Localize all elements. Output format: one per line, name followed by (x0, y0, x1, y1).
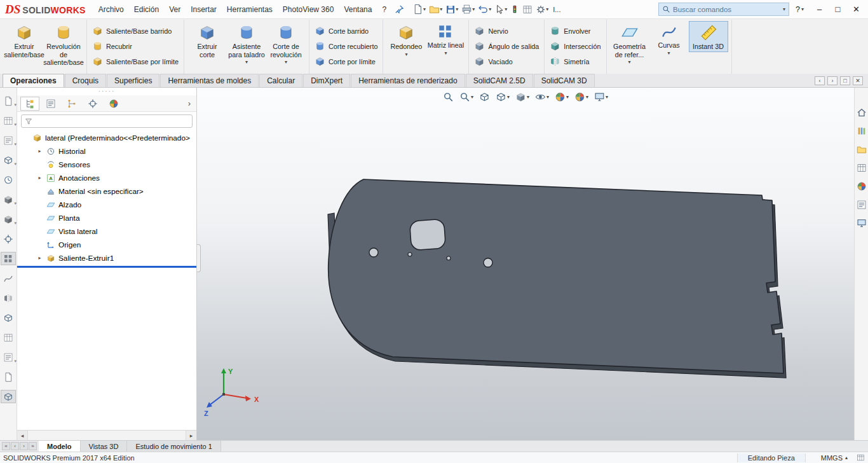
tab-vistas-3d[interactable]: Vistas 3D (81, 441, 128, 452)
zoom-chevron-icon[interactable]: ▾ (471, 95, 473, 100)
toolbar-overflow-label[interactable]: I... (550, 6, 563, 13)
design-library-button[interactable] (856, 125, 867, 137)
doc-restore-button[interactable]: □ (840, 76, 850, 85)
hole-wizard-button[interactable]: Asistente para taladro ▾ (227, 21, 266, 66)
shell-button[interactable]: Vaciado (472, 55, 541, 68)
left-toolbar-button-9[interactable] (1, 252, 16, 265)
reference-geometry-button[interactable]: Geometría de refer... ▾ (610, 21, 649, 66)
view-palette-button[interactable] (856, 162, 867, 174)
wrap-button[interactable]: Envolver (548, 24, 602, 38)
rounded-square-hole[interactable] (409, 219, 445, 251)
appearances-button[interactable] (856, 181, 867, 192)
revolve-cut-chevron-icon[interactable]: ▾ (285, 60, 287, 65)
boundary-boss-button[interactable]: Saliente/Base por límite (90, 55, 180, 68)
boundary-cut-button[interactable]: Corte por límite (313, 55, 379, 68)
zoom-area-button[interactable]: ▾ (459, 91, 474, 103)
curves-button[interactable]: Curvas ▾ (649, 21, 689, 57)
tabs-scroll-next-button[interactable]: › (20, 442, 28, 450)
left-toolbar-button-7[interactable]: ▾ (1, 212, 16, 226)
apply-scene-button[interactable]: ▾ (574, 91, 589, 103)
save-button[interactable]: ▾ (444, 3, 459, 16)
forum-button[interactable] (856, 218, 867, 229)
units-selector[interactable]: MMGS ▴ (812, 454, 857, 462)
scroll-left-button[interactable]: ◂ (17, 431, 28, 440)
hole-circle-1[interactable] (369, 248, 378, 257)
expander-icon[interactable]: ▸ (36, 175, 43, 181)
mirror-button[interactable]: Simetría (548, 55, 602, 68)
configuration-manager-tab[interactable] (62, 97, 81, 111)
left-toolbar-button-8[interactable] (1, 232, 16, 245)
linear-pattern-button[interactable]: Matriz lineal ▾ (426, 21, 465, 57)
tab-superficies[interactable]: Superficies (107, 74, 159, 87)
doc-close-button[interactable]: ✕ (853, 76, 863, 85)
panel-horizontal-scrollbar[interactable]: ◂ ▸ (17, 430, 196, 440)
scene-chevron-icon[interactable]: ▾ (586, 95, 588, 100)
status-sheet-icon[interactable] (857, 453, 865, 462)
tree-filter-input[interactable] (35, 118, 189, 125)
feature-manager-tab[interactable] (20, 97, 39, 111)
print-chevron-icon[interactable]: ▾ (472, 7, 475, 12)
resources-home-button[interactable] (856, 107, 867, 118)
view-orientation-chevron-icon[interactable]: ▾ (507, 95, 510, 100)
tree-item-sensores[interactable]: ▸ Sensores (17, 158, 196, 171)
part-lateral-body[interactable] (328, 179, 786, 378)
left-toolbar-button-15[interactable] (1, 370, 16, 384)
left-toolbar-button-13[interactable] (1, 331, 16, 344)
tree-item-historial[interactable]: ▸ Historial (17, 144, 196, 158)
pane-next-button[interactable]: › (827, 76, 837, 85)
options-button[interactable]: ▾ (534, 3, 550, 16)
hide-show-chevron-icon[interactable]: ▾ (546, 95, 549, 100)
expander-icon[interactable]: ▸ (36, 255, 43, 261)
part-top-face[interactable] (329, 179, 783, 373)
graphics-viewport[interactable]: ▾ ▾ ▾ ▾ ▾ ▾ ▾ (197, 88, 854, 440)
menu-archivo[interactable]: Archivo (93, 2, 129, 17)
property-manager-tab[interactable] (41, 97, 60, 111)
view-orientation-button[interactable]: ▾ (495, 91, 510, 103)
left-toolbar-button-4[interactable]: ▾ (1, 153, 16, 167)
view-settings-chevron-icon[interactable]: ▾ (606, 95, 608, 100)
left-toolbar-button-6[interactable]: ▾ (1, 193, 16, 206)
menu-ver[interactable]: Ver (164, 2, 186, 17)
extrude-boss-button[interactable]: Extruir saliente/base (4, 21, 44, 60)
hole-wizard-chevron-icon[interactable]: ▾ (245, 60, 248, 65)
tab-calcular[interactable]: Calcular (259, 74, 302, 87)
collapse-panel-button[interactable]: › (186, 99, 193, 108)
close-button[interactable]: ✕ (847, 3, 865, 16)
view-settings-button[interactable]: ▾ (593, 91, 609, 103)
open-button[interactable]: ▾ (428, 3, 444, 16)
tree-item-alzado[interactable]: ▸ Alzado (17, 198, 196, 211)
new-document-chevron-icon[interactable]: ▾ (423, 7, 426, 12)
left-toolbar-button-3[interactable]: ▾ (1, 134, 16, 147)
display-style-chevron-icon[interactable]: ▾ (527, 95, 529, 100)
search-input[interactable] (673, 6, 780, 13)
left-toolbar-button-11[interactable] (1, 291, 16, 305)
tab-estudio-de-movimiento-1[interactable]: Estudio de movimiento 1 (127, 441, 220, 452)
tabs-scroll-last-button[interactable]: » (29, 442, 37, 450)
expander-icon[interactable]: ▸ (36, 148, 43, 154)
menu-insertar[interactable]: Insertar (186, 2, 222, 17)
help-menu-button[interactable]: ?▾ (790, 5, 809, 14)
custom-properties-button[interactable] (856, 199, 867, 211)
search-chevron-icon[interactable]: ▾ (783, 7, 785, 12)
tree-item-planta[interactable]: ▸ Planta (17, 211, 196, 225)
menu-herramientas[interactable]: Herramientas (222, 2, 278, 17)
panel-splitter-grip[interactable]: ····· (17, 88, 196, 95)
extrude-cut-button[interactable]: Extruir corte (187, 21, 227, 60)
hole-circle-4[interactable] (484, 258, 492, 267)
tab-croquis[interactable]: Croquis (65, 74, 106, 87)
left-toolbar-button-5[interactable] (1, 173, 16, 186)
scroll-right-button[interactable]: ▸ (186, 431, 196, 440)
tab-herramientas-de-moldes[interactable]: Herramientas de moldes (160, 74, 259, 87)
menu-ayuda[interactable]: ? (377, 2, 391, 17)
minimize-button[interactable]: – (810, 3, 829, 16)
tab-solidcam-3d[interactable]: SolidCAM 3D (534, 74, 595, 87)
appearance-chevron-icon[interactable]: ▾ (566, 95, 569, 100)
file-explorer-button[interactable] (856, 144, 867, 155)
lofted-cut-button[interactable]: Corte recubierto (313, 39, 379, 53)
maximize-button[interactable]: □ (829, 3, 847, 16)
tab-solidcam-25d[interactable]: SolidCAM 2.5D (466, 74, 533, 87)
loft-boss-button[interactable]: Recubrir (90, 39, 180, 53)
dimxpert-manager-tab[interactable] (83, 97, 102, 111)
open-chevron-icon[interactable]: ▾ (440, 7, 442, 12)
intersect-button[interactable]: Intersección (548, 39, 602, 53)
